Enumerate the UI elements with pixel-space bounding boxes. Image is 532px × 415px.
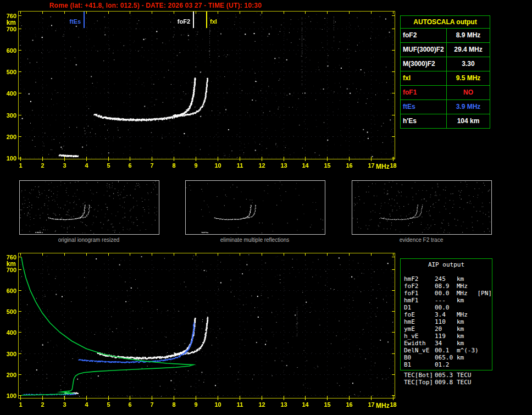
aip-row-hme: hmE110km — [401, 318, 492, 325]
aip-unit: m^(-3) — [457, 347, 478, 354]
aip-row-fof1: foF100.0MHz[PN] — [401, 290, 492, 297]
aip-extra — [478, 325, 492, 333]
aip-unit: km — [457, 297, 478, 304]
thumbnail-f2-trace-canvas — [352, 181, 491, 234]
aip-label: foF2 — [401, 283, 435, 290]
autoscala-row-label: foF1 — [401, 86, 447, 99]
autoscala-row-value: 3.30 — [447, 57, 490, 71]
autoscala-row-value: 8.9 MHz — [447, 29, 490, 42]
autoscala-row-ftes: ftEs3.9 MHz — [401, 100, 490, 114]
aip-unit: km — [457, 354, 478, 361]
aip-extra — [478, 379, 493, 386]
aip-rows: hmF2245kmfoF208.9MHzfoF100.0MHz[PN]hmF1-… — [401, 275, 492, 368]
aip-unit — [457, 304, 478, 311]
aip-value: 110 — [435, 318, 457, 325]
aip-row-b1: B101.2 — [401, 361, 492, 368]
aip-row-hmf2: hmF2245km — [401, 275, 492, 283]
autoscala-output-panel: AUTOSCALA output foF28.9 MHzMUF(3000)F22… — [400, 15, 490, 129]
aip-value: 065.0 — [435, 354, 457, 361]
autoscala-row-label: h'Es — [401, 114, 447, 128]
aip-value: 005.3 — [435, 372, 457, 379]
aip-unit: km — [457, 340, 478, 347]
aip-row-tec-top: TEC[Top]009.8TECU — [401, 379, 493, 386]
aip-label: foE — [401, 311, 435, 318]
autoscala-row-muf-3000-f2: MUF(3000)F229.4 MHz — [401, 43, 490, 57]
aip-value: 08.9 — [435, 283, 457, 290]
aip-value: 34 — [435, 340, 457, 347]
aip-label: hmE — [401, 318, 435, 325]
autoscala-row-value: NO — [447, 86, 490, 99]
aip-extra — [478, 275, 492, 283]
thumbnail-original-canvas — [20, 181, 159, 234]
aip-row-ewidth: Ewidth34km — [401, 340, 492, 347]
aip-value: 245 — [435, 275, 457, 283]
aip-label: hmF2 — [401, 275, 435, 283]
aip-extra — [478, 372, 493, 379]
aip-panel-title: AIP output — [401, 261, 492, 268]
autoscala-rows: foF28.9 MHzMUF(3000)F229.4 MHzM(3000)F23… — [401, 29, 490, 128]
aip-value: --- — [435, 297, 457, 304]
aip-extra — [478, 318, 492, 325]
aip-extra — [478, 347, 492, 354]
aip-value: 3.4 — [435, 311, 457, 318]
autoscala-row-label: fxI — [401, 71, 447, 85]
aip-output-panel: AIP output hmF2245kmfoF208.9MHzfoF100.0M… — [400, 258, 492, 370]
aip-row-yme: ymE20km — [401, 325, 492, 333]
thumbnail-caption-original: original ionogram resized — [19, 237, 159, 243]
aip-label: Ewidth — [401, 340, 435, 347]
aip-unit: TECU — [457, 379, 478, 386]
aip-unit: MHz — [457, 290, 478, 297]
aip-label: B0 — [401, 354, 435, 361]
tec-rows: TEC[Bot]005.3TECUTEC[Top]009.8TECU — [401, 372, 493, 386]
autoscala-row-value: 3.9 MHz — [447, 100, 490, 114]
aip-value: 20 — [435, 325, 457, 333]
thumbnail-multiple-reflections-canvas — [186, 181, 325, 234]
aip-extra — [478, 333, 492, 340]
aip-extra — [478, 354, 492, 361]
aip-value: 119 — [435, 333, 457, 340]
thumbnail-multiple-reflections — [185, 180, 325, 235]
aip-extra: [PN] — [478, 290, 492, 297]
aip-value: 00.0 — [435, 290, 457, 297]
autoscala-row-label: foF2 — [401, 29, 447, 42]
aip-label: ymE — [401, 325, 435, 333]
aip-row-deln-ve: DelN_vE00.1m^(-3) — [401, 347, 492, 354]
thumbnail-original-ionogram — [19, 180, 159, 235]
aip-unit: km — [457, 325, 478, 333]
autoscala-row-value: 104 km — [447, 114, 490, 128]
autoscala-row-label: MUF(3000)F2 — [401, 43, 447, 57]
autoscala-row-fof1: foF1NO — [401, 86, 490, 100]
aip-value: 00.1 — [435, 347, 457, 354]
profile-ionogram-chart — [0, 250, 400, 415]
aip-extra — [478, 297, 492, 304]
autoscala-row-m-3000-f2: M(3000)F23.30 — [401, 57, 490, 71]
autoscala-row-h-es: h'Es104 km — [401, 114, 490, 128]
aip-extra — [478, 311, 492, 318]
aip-value: 00.0 — [435, 304, 457, 311]
aip-label: B1 — [401, 361, 435, 368]
aip-row-h-ve: h_vE119km — [401, 333, 492, 340]
autoscala-row-label: ftEs — [401, 100, 447, 114]
autoscala-row-value: 9.5 MHz — [447, 71, 490, 85]
aip-unit: MHz — [457, 311, 478, 318]
aip-unit: km — [457, 333, 478, 340]
scaled-ionogram-chart — [0, 0, 400, 173]
aip-unit: km — [457, 275, 478, 283]
aip-extra — [478, 304, 492, 311]
aip-extra — [478, 283, 492, 290]
aip-row-fof2: foF208.9MHz — [401, 283, 492, 290]
aip-value: 01.2 — [435, 361, 457, 368]
aip-row-foe: foE3.4MHz — [401, 311, 492, 318]
autoscala-row-value: 29.4 MHz — [447, 43, 490, 57]
aip-label: TEC[Top] — [401, 379, 435, 386]
thumbnail-caption-f2: evidence F2 trace — [351, 237, 491, 243]
aip-label: DelN_vE — [401, 347, 435, 354]
aip-label: h_vE — [401, 333, 435, 340]
autoscala-row-fxi: fxI9.5 MHz — [401, 71, 490, 86]
thumbnail-caption-reflections: eliminate multiple reflections — [185, 237, 325, 243]
autoscala-panel-title: AUTOSCALA output — [401, 16, 490, 29]
aip-label: foF1 — [401, 290, 435, 297]
autoscala-row-label: M(3000)F2 — [401, 57, 447, 71]
aip-unit: MHz — [457, 283, 478, 290]
aip-unit: km — [457, 318, 478, 325]
